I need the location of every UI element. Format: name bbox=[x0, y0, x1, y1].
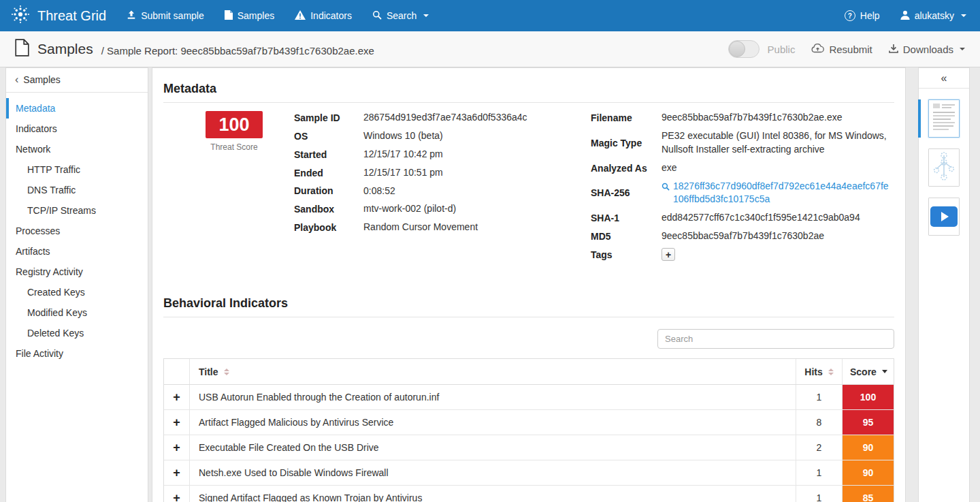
breadcrumb-samples-link[interactable]: Samples bbox=[37, 41, 93, 57]
sidebar-item-tcpip-streams[interactable]: TCP/IP Streams bbox=[6, 200, 148, 221]
downloads-button[interactable]: Downloads bbox=[889, 44, 965, 55]
field-label: Started bbox=[294, 149, 362, 160]
expand-row-button[interactable]: + bbox=[173, 492, 180, 502]
sidebar-item-created-keys[interactable]: Created Keys bbox=[6, 282, 148, 302]
behavioral-search-row bbox=[163, 329, 894, 349]
collapse-panel-button[interactable] bbox=[919, 68, 969, 89]
title-column-header[interactable]: Title bbox=[190, 359, 796, 384]
nav-search[interactable]: Search bbox=[372, 10, 429, 22]
sidebar-item-metadata[interactable]: Metadata bbox=[6, 98, 148, 119]
resubmit-button[interactable]: Resubmit bbox=[811, 44, 872, 55]
table-header-row: Title Hits Score bbox=[164, 359, 894, 385]
process-graph-view-thumbnail[interactable] bbox=[928, 148, 960, 187]
sidebar-item-indicators[interactable]: Indicators bbox=[6, 119, 148, 139]
behavioral-indicator-row[interactable]: + USB Autorun Enabled through the Creati… bbox=[164, 385, 894, 410]
report-view-thumbnail[interactable] bbox=[928, 99, 960, 138]
main-content: Metadata 100 Threat Score Sample ID 2867… bbox=[152, 67, 906, 502]
behavioral-indicator-row[interactable]: + Signed Artifact Flagged as Known Troja… bbox=[164, 486, 894, 502]
sample-id-value: 286754d919ed3f7ae743a6d0f5336a4c bbox=[363, 111, 591, 125]
app-title: Threat Grid bbox=[37, 8, 106, 24]
nav-label: Search bbox=[387, 10, 416, 21]
md5-value: 9eec85bbac59af7b7b439f1c7630b2ae bbox=[662, 230, 893, 243]
behavioral-indicators-heading: Behavioral Indicators bbox=[163, 296, 894, 317]
indicators-warning-icon bbox=[295, 10, 306, 22]
field-label: Duration bbox=[294, 185, 362, 196]
report-thumbnail-icon bbox=[931, 101, 957, 136]
sidebar-item-dns-traffic[interactable]: DNS Traffic bbox=[6, 180, 148, 200]
magic-type-value: PE32 executable (GUI) Intel 80386, for M… bbox=[662, 129, 893, 157]
field-label: Sample ID bbox=[294, 112, 362, 123]
indicator-hits: 8 bbox=[817, 417, 822, 428]
nav-help[interactable]: Help bbox=[845, 10, 880, 21]
filename-value: 9eec85bbac59af7b7b439f1c7630b2ae.exe bbox=[662, 111, 893, 125]
play-icon bbox=[930, 206, 958, 227]
threat-score-label: Threat Score bbox=[206, 142, 263, 152]
sort-arrows-icon[interactable] bbox=[828, 368, 834, 375]
nav-indicators[interactable]: Indicators bbox=[295, 10, 352, 22]
behavioral-indicator-row[interactable]: + Netsh.exe Used to Disable Windows Fire… bbox=[164, 460, 894, 486]
sidebar-item-processes[interactable]: Processes bbox=[6, 221, 148, 241]
expand-row-button[interactable]: + bbox=[173, 467, 180, 479]
chevron-down-icon bbox=[960, 48, 965, 50]
analyzed-as-value: exe bbox=[662, 161, 893, 175]
view-thumbnails bbox=[919, 89, 969, 236]
behavioral-search-input[interactable] bbox=[657, 329, 894, 349]
downloads-label: Downloads bbox=[903, 44, 953, 55]
indicator-title: USB Autorun Enabled through the Creation… bbox=[199, 392, 439, 403]
nav-label: Samples bbox=[238, 10, 274, 21]
sidebar-item-file-activity[interactable]: File Activity bbox=[6, 343, 148, 364]
duration-value: 0:08:52 bbox=[363, 185, 591, 198]
nav-submit-sample[interactable]: Submit sample bbox=[127, 10, 204, 22]
ended-value: 12/15/17 10:51 pm bbox=[363, 166, 591, 180]
playbook-value: Random Cursor Movement bbox=[363, 221, 591, 234]
os-value: Windows 10 (beta) bbox=[363, 129, 591, 143]
video-view-thumbnail[interactable] bbox=[928, 198, 960, 236]
behavioral-indicator-row[interactable]: + Executable File Created On the USB Dri… bbox=[164, 435, 894, 460]
hits-column-header[interactable]: Hits bbox=[796, 359, 843, 384]
field-label: MD5 bbox=[591, 231, 660, 242]
field-label: OS bbox=[294, 131, 362, 142]
expand-row-button[interactable]: + bbox=[173, 441, 180, 454]
search-icon bbox=[372, 10, 382, 22]
metadata-fields-right: Filename 9eec85bbac59af7b7b439f1c7630b2a… bbox=[591, 111, 893, 261]
sort-arrows-icon[interactable] bbox=[224, 368, 229, 375]
expand-row-button[interactable]: + bbox=[173, 416, 180, 428]
brand[interactable]: Threat Grid bbox=[10, 3, 106, 28]
help-icon bbox=[845, 10, 855, 21]
sidebar-item-registry-activity[interactable]: Registry Activity bbox=[6, 262, 148, 282]
chevron-left-icon bbox=[15, 76, 18, 83]
breadcrumb: Samples / Sample Report: 9eec85bbac59af7… bbox=[15, 39, 374, 59]
sidebar-item-modified-keys[interactable]: Modified Keys bbox=[6, 302, 148, 323]
nav-label: Help bbox=[860, 10, 880, 21]
score-badge: 95 bbox=[843, 410, 894, 435]
threat-grid-app: { "navbar": { "brand": "Threat Grid", "i… bbox=[0, 0, 980, 502]
behavioral-indicator-row[interactable]: + Artifact Flagged Malicious by Antiviru… bbox=[164, 410, 894, 435]
field-label: Sandbox bbox=[294, 204, 362, 215]
sidebar-item-artifacts[interactable]: Artifacts bbox=[6, 241, 148, 262]
indicator-hits: 1 bbox=[817, 492, 822, 502]
sha1-value: edd842577cff67c1c340cf1f595e1421c9ab0a94 bbox=[662, 211, 893, 225]
indicator-title: Signed Artifact Flagged as Known Trojan … bbox=[199, 492, 422, 502]
nav-user-menu[interactable]: alukatsky bbox=[900, 10, 966, 22]
nav-label: Indicators bbox=[310, 10, 352, 21]
threat-grid-logo-icon bbox=[10, 3, 31, 28]
submit-sample-icon bbox=[127, 10, 136, 22]
public-toggle[interactable] bbox=[728, 40, 760, 58]
chevron-down-icon bbox=[423, 14, 429, 17]
sidebar-item-deleted-keys[interactable]: Deleted Keys bbox=[6, 323, 148, 343]
expand-row-button[interactable]: + bbox=[173, 391, 180, 403]
hits-header-label: Hits bbox=[804, 366, 822, 377]
sidebar-item-network[interactable]: Network bbox=[6, 139, 148, 159]
add-tag-button[interactable]: + bbox=[662, 248, 675, 261]
sha256-link[interactable]: 18276ff36c77d960df8ef7d792ec61e44a4eaefc… bbox=[673, 180, 893, 207]
score-column-header[interactable]: Score bbox=[843, 359, 894, 384]
back-to-samples-link[interactable]: Samples bbox=[6, 68, 148, 93]
field-label: SHA-256 bbox=[591, 187, 660, 198]
score-badge: 100 bbox=[843, 385, 894, 409]
metadata-heading: Metadata bbox=[163, 82, 894, 103]
score-badge: 90 bbox=[843, 460, 894, 485]
nav-samples[interactable]: Samples bbox=[225, 10, 274, 22]
field-label: Filename bbox=[591, 112, 660, 123]
toggle-knob bbox=[729, 41, 745, 57]
sidebar-item-http-traffic[interactable]: HTTP Traffic bbox=[6, 159, 148, 180]
